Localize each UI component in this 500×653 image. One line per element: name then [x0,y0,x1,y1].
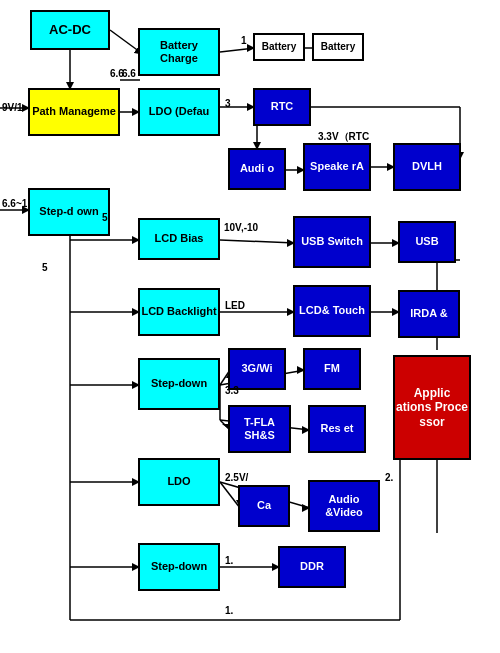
stepdown1-block: Step-d own [28,188,110,236]
label-2: 2. [385,472,393,483]
dvlh-block: DVLH [393,143,461,191]
label-9v: 9V/1 [2,102,23,113]
fm-block: FM [303,348,361,390]
label-3: 3 [225,98,231,109]
audio-video-block: Audio &Video [308,480,380,532]
label-1-very-bottom: 1. [225,605,233,616]
svg-text:6.6: 6.6 [122,68,136,79]
battery1-block: Battery [253,33,305,61]
cam-block: Ca [238,485,290,527]
label-6v6: 6.6 [110,68,124,79]
svg-line-29 [220,240,295,243]
label-led: LED [225,300,245,311]
ldo-default-block: LDO (Defau [138,88,220,136]
reset-block: Res et [308,405,366,453]
speaker-block: Speake rA [303,143,371,191]
lcd-touch-block: LCD& Touch [293,285,371,337]
label-5-side: 5 [42,262,48,273]
label-6v6-1: 6.6~1 [2,198,27,209]
svg-line-3 [220,48,255,52]
svg-line-55 [220,482,240,508]
battery-charge-block: Battery Charge [138,28,220,76]
usb-block: USB [398,221,456,263]
diagram-container: 6.6 5 [0,0,500,653]
rtc-block: RTC [253,88,311,126]
label-3v3: 3.3 [225,385,239,396]
audio-block: Audi o [228,148,286,190]
ldo2-block: LDO [138,458,220,506]
lcd-bias-block: LCD Bias [138,218,220,260]
label-3v3rtc: 3.3V（RTC [318,130,369,144]
label-1: 1 [241,35,247,46]
label-10v: 10V,-10 [224,222,258,233]
stepdown2-block: Step-down [138,358,220,410]
ddr-block: DDR [278,546,346,588]
label-5-top: 5 [102,212,108,223]
applications-block: Applic ations Proce ssor [393,355,471,460]
battery2-block: Battery [312,33,364,61]
acdc-block: AC-DC [30,10,110,50]
stepdown3-block: Step-down [138,543,220,591]
path-mgmt-block: Path Manageme [28,88,120,136]
usb-switch-block: USB Switch [293,216,371,268]
svg-line-0 [110,30,140,52]
tfla-block: T-FLA SH&S [228,405,291,453]
label-2v5: 2.5V/ [225,472,248,483]
lcd-backlight-block: LCD Backlight [138,288,220,336]
irda-block: IRDA & [398,290,460,338]
label-1-bottom: 1. [225,555,233,566]
gw3-block: 3G/Wi [228,348,286,390]
